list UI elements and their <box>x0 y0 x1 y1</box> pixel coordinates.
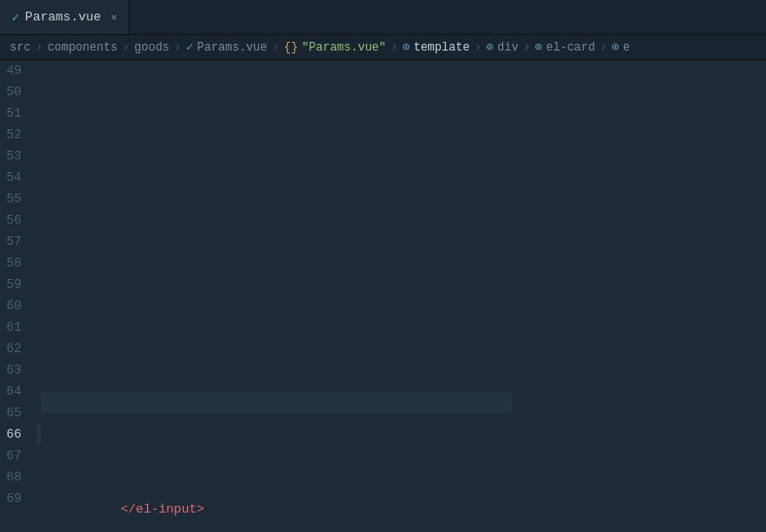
breadcrumb-vue-icon: ✓ <box>186 40 193 54</box>
breadcrumb-tag-icon-4: ⊙ <box>612 40 619 54</box>
breadcrumb-sep-2: › <box>123 41 129 54</box>
breadcrumb-e: e <box>623 41 630 54</box>
tab-bar: ✓ Params.vue ✕ <box>0 0 766 35</box>
editor-content: 49 50 51 52 53 54 55 56 57 58 59 60 61 6… <box>0 60 512 532</box>
line-num-57: 57 <box>0 231 29 253</box>
breadcrumb-sep-1: › <box>36 41 43 54</box>
line-num-65: 65 <box>0 403 29 424</box>
line-num-62: 62 <box>0 338 29 360</box>
line-num-51: 51 <box>0 103 29 124</box>
vue-icon: ✓ <box>12 10 19 25</box>
tab-filename: Params.vue <box>25 10 101 24</box>
breadcrumb-src: src <box>10 41 31 54</box>
breadcrumb-quotes: "Params.vue" <box>302 41 385 54</box>
line-num-58: 58 <box>0 253 29 274</box>
line-num-56: 56 <box>0 210 29 231</box>
line-num-69: 69 <box>0 488 29 510</box>
line-num-50: 50 <box>0 82 29 103</box>
breadcrumb-div: div <box>497 41 519 54</box>
tab-close-button[interactable]: ✕ <box>111 11 118 23</box>
code-line-69: </el-input> <box>37 488 512 510</box>
breadcrumb: src › components › goods › ✓ Params.vue … <box>0 35 766 60</box>
breadcrumb-tag-icon-3: ⊙ <box>535 40 542 54</box>
line-num-60: 60 <box>0 296 29 317</box>
breadcrumb-sep-7: › <box>524 41 530 54</box>
line-numbers: 49 50 51 52 53 54 55 56 57 58 59 60 61 6… <box>0 60 37 532</box>
breadcrumb-template: template <box>414 41 470 54</box>
breadcrumb-filename: Params.vue <box>197 41 267 54</box>
breadcrumb-sep-5: › <box>391 41 398 54</box>
line-num-61: 61 <box>0 317 29 338</box>
line-num-54: 54 <box>0 167 29 189</box>
breadcrumb-components: components <box>48 41 118 54</box>
line-num-55: 55 <box>0 189 29 210</box>
breadcrumb-sep-3: › <box>174 41 181 54</box>
breadcrumb-sep-6: › <box>475 41 482 54</box>
line-num-66: 66 <box>0 424 29 445</box>
breadcrumb-el-card: el-card <box>546 41 595 54</box>
code-area[interactable]: <!-- 展开行 --> <el-table-column type="expa… <box>37 60 512 532</box>
tab-params-vue[interactable]: ✓ Params.vue ✕ <box>0 0 129 34</box>
line-num-67: 67 <box>0 445 29 467</box>
line-num-64: 64 <box>0 381 29 403</box>
breadcrumb-sep-4: › <box>273 41 279 54</box>
tag-el-input-close: </el-input> <box>121 502 204 516</box>
line-num-53: 53 <box>0 146 29 167</box>
line-num-63: 63 <box>0 360 29 381</box>
breadcrumb-bracket: {} <box>284 41 298 54</box>
line-num-68: 68 <box>0 467 29 488</box>
line-num-52: 52 <box>0 124 29 146</box>
breadcrumb-goods: goods <box>134 41 169 54</box>
editor: 49 50 51 52 53 54 55 56 57 58 59 60 61 6… <box>0 60 766 532</box>
breadcrumb-tag-icon-2: ⊙ <box>487 40 493 54</box>
line-num-49: 49 <box>0 60 29 82</box>
breadcrumb-tag-icon-1: ⊙ <box>403 40 410 54</box>
breadcrumb-sep-8: › <box>600 41 606 54</box>
line-num-59: 59 <box>0 274 29 296</box>
